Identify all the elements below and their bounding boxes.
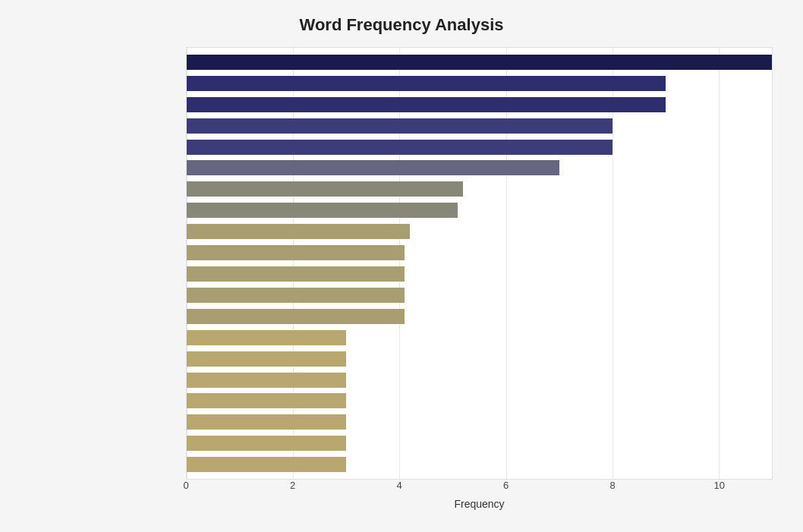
x-ticks-row: 0246810 (186, 480, 773, 496)
bar-track (187, 116, 772, 136)
x-axis-label: Frequency (186, 498, 773, 510)
x-tick: 2 (290, 480, 295, 491)
bar-track (187, 179, 772, 199)
bar-row: threat (187, 370, 772, 391)
bar-row: russian (187, 137, 772, 158)
bar-track (187, 95, 772, 115)
x-tick: 10 (713, 480, 724, 491)
plot-area: accountmediabotsocialrussiannetworkdisin… (186, 47, 773, 480)
bar (187, 97, 666, 112)
bar-track (187, 307, 772, 326)
bar-track (187, 285, 772, 305)
bar (187, 76, 666, 91)
bar-track (187, 455, 772, 474)
bar-row: media (187, 73, 772, 94)
bar-row: disinformation (187, 178, 772, 200)
bar-row: service (187, 454, 772, 475)
bar-row: doj (187, 327, 772, 348)
bar (187, 55, 772, 70)
bar-row: network (187, 158, 772, 179)
bar (187, 436, 346, 451)
bar (187, 140, 612, 155)
x-axis-area: 0246810 Frequency (99, 480, 773, 510)
bar-row: state (187, 242, 772, 263)
bar-track (187, 243, 772, 263)
x-tick: 0 (183, 480, 188, 491)
bar-track (187, 159, 772, 178)
bar-row: social (187, 115, 772, 137)
bar-track (187, 392, 772, 411)
bar (187, 330, 346, 345)
bar (187, 393, 346, 408)
bar-track (187, 328, 772, 348)
bar-track (187, 349, 772, 369)
x-tick: 4 (396, 480, 402, 491)
x-tick: 8 (610, 480, 616, 491)
bar-track (187, 370, 772, 390)
chart-container: Word Frequency Analysis (0, 0, 803, 532)
bar (187, 414, 346, 430)
y-axis (99, 47, 186, 480)
bar-track (187, 433, 772, 453)
bar-row: account (187, 52, 772, 73)
bar (187, 160, 559, 175)
bar (187, 266, 405, 282)
bar-track (187, 412, 772, 432)
x-tick: 6 (503, 480, 509, 491)
chart-title: Word Frequency Analysis (30, 15, 773, 35)
bar (187, 351, 346, 367)
bar-row: operation (187, 263, 772, 285)
bar-row: farm (187, 221, 772, 242)
bar (187, 118, 612, 134)
bar-row: content (187, 306, 772, 327)
bar-row: influence (187, 200, 772, 221)
bar-row: actors (187, 391, 772, 412)
bar-row: bot (187, 94, 772, 115)
bar (187, 373, 346, 388)
bar (187, 288, 405, 303)
bar (187, 245, 405, 260)
bar (187, 181, 463, 197)
bar-row: domains (187, 348, 772, 370)
bar-track (187, 264, 772, 284)
bar (187, 203, 458, 218)
bar-track (187, 137, 772, 157)
bar-track (187, 200, 772, 220)
bar-track (187, 222, 772, 241)
bar (187, 224, 410, 239)
bars-container: accountmediabotsocialrussiannetworkdisin… (187, 48, 772, 479)
bar-row: doppelganger (187, 285, 772, 306)
bar (187, 309, 405, 324)
bar (187, 457, 346, 472)
bar-track (187, 74, 772, 93)
bar-row: government (187, 433, 772, 454)
bar-row: create (187, 411, 772, 433)
bar-track (187, 52, 772, 72)
